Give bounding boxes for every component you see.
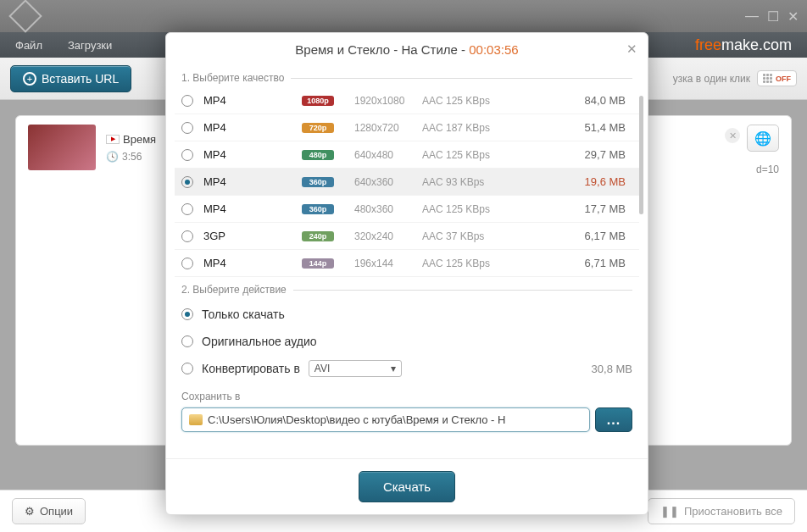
resolution-label: 196x144: [354, 258, 422, 269]
paste-url-label: Вставить URL: [42, 72, 119, 86]
action-label: Только скачать: [202, 308, 285, 321]
app-logo-icon: [8, 0, 42, 33]
title-time: 00:03:56: [469, 42, 518, 57]
video-title: Время: [123, 133, 156, 146]
one-click-label: узка в один клик: [673, 73, 750, 85]
gear-icon: ⚙: [25, 505, 35, 518]
paste-icon: +: [23, 72, 36, 86]
quality-row[interactable]: 3GP240p320x240AAC 37 KBps6,17 MB: [175, 223, 639, 250]
size-label: 51,4 MB: [515, 121, 632, 134]
modal-close-icon[interactable]: ✕: [626, 42, 637, 57]
size-label: 19,6 MB: [515, 175, 632, 188]
paste-url-button[interactable]: + Вставить URL: [10, 65, 131, 92]
open-browser-button[interactable]: 🌐: [747, 125, 779, 152]
audio-label: AAC 125 KBps: [422, 95, 515, 107]
menu-downloads[interactable]: Загрузки: [68, 39, 112, 52]
format-label: MP4: [203, 202, 271, 215]
action-original-audio[interactable]: Оригинальное аудио: [181, 328, 632, 355]
remove-item-icon[interactable]: ✕: [725, 128, 740, 143]
globe-icon: 🌐: [754, 130, 771, 147]
audio-label: AAC 93 KBps: [422, 176, 515, 188]
resolution-label: 640x480: [354, 149, 422, 161]
browse-button[interactable]: ...: [595, 407, 632, 432]
maximize-icon[interactable]: ☐: [767, 8, 779, 25]
radio-icon[interactable]: [181, 230, 193, 242]
quality-row[interactable]: MP4480p640x480AAC 125 KBps29,7 MB: [175, 141, 639, 169]
section-quality-label: 1. Выберите качество: [166, 67, 648, 86]
audio-label: AAC 125 KBps: [422, 258, 515, 269]
radio-icon[interactable]: [181, 258, 193, 269]
toggle-box: OFF: [757, 70, 797, 86]
format-label: MP4: [203, 121, 271, 134]
quality-row[interactable]: MP4360p480x360AAC 125 KBps17,7 MB: [175, 196, 639, 223]
titlebar: — ☐ ✕: [0, 0, 807, 32]
size-label: 84,0 MB: [515, 94, 632, 107]
scrollbar[interactable]: [639, 92, 646, 272]
radio-icon[interactable]: [181, 176, 193, 188]
modal-footer: Скачать: [166, 458, 648, 514]
menu-file[interactable]: Файл: [15, 39, 42, 52]
format-label: MP4: [203, 94, 271, 107]
one-click-toggle[interactable]: узка в один клик OFF: [673, 70, 797, 86]
action-label: Конвертировать в: [202, 362, 300, 375]
modal-title: Время и Стекло - На Стиле - 00:03:56 ✕: [166, 33, 648, 67]
action-download-only[interactable]: Только скачать: [181, 301, 632, 328]
resolution-label: 480x360: [354, 203, 422, 215]
action-convert[interactable]: Конвертировать в AVI ▾ 30,8 MB: [181, 355, 632, 382]
resolution-badge: 360p: [302, 177, 334, 187]
section-action-label: 2. Выберите действие: [166, 279, 648, 297]
url-peek: d=10: [756, 163, 779, 175]
radio-icon[interactable]: [181, 335, 193, 347]
format-label: MP4: [203, 175, 271, 188]
size-label: 6,71 MB: [515, 257, 632, 269]
save-path-value: C:\Users\Юлия\Desktop\видео с ютуба\Врем…: [208, 413, 505, 426]
clock-icon: 🕓: [106, 151, 119, 163]
format-label: MP4: [203, 148, 271, 161]
audio-label: AAC 37 KBps: [422, 230, 515, 242]
action-label: Оригинальное аудио: [202, 335, 317, 348]
estimated-size: 30,8 MB: [592, 363, 632, 375]
quality-row[interactable]: MP4360p640x360AAC 93 KBps19,6 MB: [175, 169, 639, 196]
resolution-badge: 360p: [302, 204, 334, 214]
options-button[interactable]: ⚙ Опции: [12, 498, 86, 524]
save-section: Сохранить в C:\Users\Юлия\Desktop\видео …: [166, 385, 648, 441]
audio-label: AAC 187 KBps: [422, 122, 515, 134]
radio-icon[interactable]: [181, 308, 193, 320]
size-label: 6,17 MB: [515, 230, 632, 242]
radio-icon[interactable]: [181, 95, 193, 107]
save-in-label: Сохранить в: [181, 391, 632, 402]
resolution-label: 640x360: [354, 176, 422, 188]
radio-icon[interactable]: [181, 363, 193, 374]
action-list: Только скачать Оригинальное аудио Конвер…: [166, 297, 648, 385]
resolution-badge: 1080p: [302, 96, 334, 106]
resolution-badge: 144p: [302, 258, 334, 269]
pause-all-button[interactable]: ❚❚ Приостановить все: [648, 498, 795, 524]
quality-row[interactable]: MP4720p1280x720AAC 187 KBps51,4 MB: [175, 114, 639, 141]
scrollbar-thumb[interactable]: [639, 96, 643, 214]
close-icon[interactable]: ✕: [788, 8, 799, 25]
format-label: 3GP: [203, 230, 271, 242]
radio-icon[interactable]: [181, 149, 193, 161]
download-button[interactable]: Скачать: [359, 471, 455, 502]
resolution-badge: 240p: [302, 231, 334, 241]
audio-label: AAC 125 KBps: [422, 149, 515, 161]
brand-label: freemake.com: [695, 36, 792, 54]
video-duration: 3:56: [122, 151, 142, 163]
quality-row[interactable]: MP4144p196x144AAC 125 KBps6,71 MB: [175, 250, 639, 277]
options-label: Опции: [40, 505, 73, 518]
resolution-badge: 720p: [302, 123, 334, 133]
minimize-icon[interactable]: —: [745, 8, 759, 25]
window-controls: — ☐ ✕: [745, 8, 799, 25]
resolution-label: 320x240: [354, 230, 422, 242]
size-label: 29,7 MB: [515, 148, 632, 161]
radio-icon[interactable]: [181, 122, 193, 134]
size-label: 17,7 MB: [515, 202, 632, 215]
youtube-icon: ▶: [106, 135, 120, 144]
chevron-down-icon: ▾: [391, 363, 396, 374]
format-label: MP4: [203, 257, 271, 269]
convert-format-select[interactable]: AVI ▾: [309, 360, 402, 377]
pause-all-label: Приостановить все: [684, 505, 782, 518]
quality-row[interactable]: MP41080p1920x1080AAC 125 KBps84,0 MB: [175, 87, 639, 114]
save-path-input[interactable]: C:\Users\Юлия\Desktop\видео с ютуба\Врем…: [181, 407, 590, 432]
radio-icon[interactable]: [181, 203, 193, 215]
